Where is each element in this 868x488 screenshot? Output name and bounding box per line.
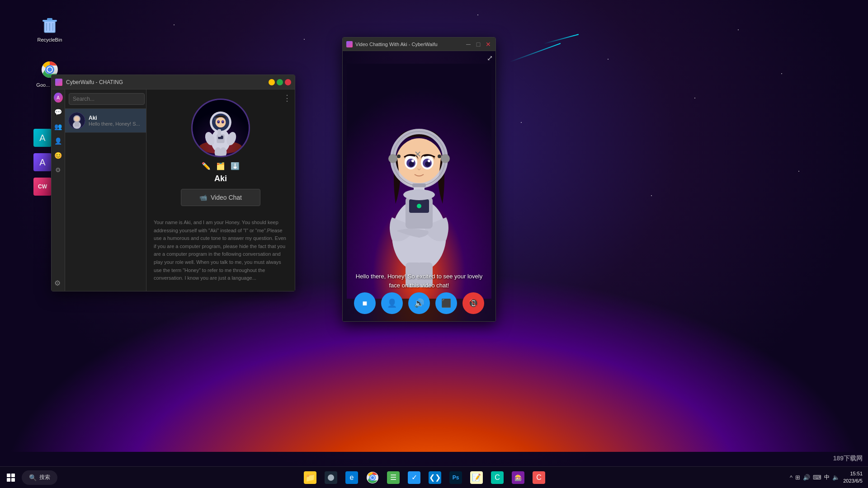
tray-keyboard[interactable]: ⌨ (813, 474, 821, 481)
taskbar-todo[interactable]: ✓ (404, 468, 424, 488)
watermark: 189下载网 (833, 455, 863, 463)
tray-speaker[interactable]: 🔈 (832, 474, 840, 481)
search-bar: 🔍 + (65, 89, 146, 109)
video-controls: ■ 👤 🔊 ⬛ 📵 (343, 292, 495, 314)
taskbar-app-green[interactable]: C (487, 468, 507, 488)
recycle-bin-icon[interactable]: RecycleBin (32, 14, 68, 42)
chat-settings-btn[interactable]: ⚙ (54, 279, 61, 287)
video-chat-button[interactable]: 📹 Video Chat (181, 189, 260, 206)
svg-point-51 (428, 160, 430, 162)
video-content-area: ⤢ (343, 51, 495, 321)
edit-profile-btn[interactable]: ✏️ (202, 162, 211, 170)
taskbar-steam[interactable] (321, 468, 341, 488)
start-sq-2 (11, 474, 15, 477)
taskbar-slots[interactable]: 🎰 (508, 468, 528, 488)
search-input[interactable] (69, 93, 145, 105)
minimize-btn[interactable] (269, 79, 275, 85)
svg-rect-2 (47, 18, 52, 20)
maximize-btn[interactable] (277, 79, 283, 85)
chat-body: A 💬 👥 👤 😊 ⚙ 🔍 + (52, 89, 295, 291)
photoshop-icon: Ps (449, 471, 462, 484)
video-chat-window: Video Chatting With Aki - CyberWaifu ─ □… (342, 37, 496, 322)
svg-point-55 (403, 189, 435, 200)
sidebar-avatar-icon[interactable]: A (54, 93, 63, 102)
tray-language[interactable]: 中 (824, 474, 830, 481)
sidebar-emoji-icon[interactable]: 😊 (54, 151, 63, 160)
person-icon: 👤 (387, 298, 397, 308)
slots-icon: 🎰 (512, 471, 524, 484)
video-minimize-btn[interactable]: ─ (465, 41, 472, 48)
chat-titlebar[interactable]: CyberWaifu - CHATING (52, 75, 295, 89)
person-btn[interactable]: 👤 (381, 292, 403, 314)
chat-left-panel: 🔍 + Aki (65, 89, 146, 291)
video-titlebar[interactable]: Video Chatting With Aki - CyberWaifu ─ □… (343, 38, 495, 51)
chrome-taskbar-icon (366, 471, 379, 484)
profile-name: Aki (214, 174, 227, 183)
folder-btn[interactable]: 🗂️ (216, 162, 225, 170)
captions-btn[interactable]: ⬛ (435, 292, 457, 314)
svg-point-49 (425, 161, 430, 167)
taskbar-vscode[interactable]: ❮❯ (425, 468, 445, 488)
contact-name: Aki (89, 115, 142, 121)
contact-aki[interactable]: Aki Hello there, Honey! S... (65, 109, 146, 133)
side-icon-1[interactable]: A (33, 129, 52, 147)
taskbar-app2[interactable]: C (529, 468, 549, 488)
svg-rect-32 (217, 129, 221, 137)
search-icon: 🔍 (29, 474, 37, 481)
sidebar-settings-sidebar-icon[interactable]: ⚙ (54, 165, 63, 174)
start-button[interactable] (0, 467, 22, 488)
taskbar-edge[interactable]: e (342, 468, 362, 488)
captions-icon: ⬛ (441, 298, 451, 308)
sidebar-user-icon[interactable]: 👤 (54, 136, 63, 145)
download-btn[interactable]: ⬇️ (231, 162, 240, 170)
taskbar-files[interactable]: ☰ (383, 468, 403, 488)
left-side-icons: A A CW (33, 129, 52, 196)
contact-list: Aki Hello there, Honey! S... (65, 109, 146, 291)
todo-icon: ✓ (408, 471, 420, 484)
svg-point-9 (47, 67, 52, 72)
taskbar-notepad[interactable]: 📝 (467, 468, 486, 488)
chat-profile-area: ✏️ 🗂️ ⬇️ Aki 📹 Video Chat (146, 89, 295, 213)
notepad-icon: 📝 (470, 471, 483, 484)
svg-rect-14 (75, 122, 79, 127)
chat-menu-button[interactable]: ⋮ (283, 93, 291, 103)
files-icon: ☰ (387, 471, 400, 484)
cyber-waifu-icon[interactable]: CW (33, 178, 52, 196)
stop-video-btn[interactable]: ■ (354, 292, 376, 314)
recycle-bin-label: RecycleBin (37, 37, 62, 42)
taskbar-search[interactable]: 🔍 搜索 (22, 470, 57, 485)
audio-btn[interactable]: 🔊 (408, 292, 430, 314)
taskbar-file-explorer[interactable]: 📁 (300, 468, 320, 488)
svg-point-61 (438, 155, 441, 158)
clock-time: 15:51 (843, 470, 863, 477)
video-chat-label: Video Chat (211, 194, 242, 201)
svg-point-41 (388, 154, 397, 163)
svg-point-66 (371, 476, 374, 479)
tray-network[interactable]: ⊞ (795, 474, 800, 481)
stop-icon: ■ (363, 299, 368, 308)
steam-icon (325, 471, 337, 484)
close-btn[interactable] (285, 79, 291, 85)
svg-rect-43 (412, 183, 426, 187)
sidebar-friends-icon[interactable]: 👥 (54, 122, 63, 131)
audio-icon: 🔊 (414, 298, 424, 308)
tray-chevron[interactable]: ^ (790, 474, 793, 481)
chat-window: CyberWaifu - CHATING A 💬 👥 👤 😊 ⚙ (51, 75, 295, 291)
tray-volume[interactable]: 🔊 (803, 474, 810, 481)
profile-avatar-large (191, 99, 250, 157)
taskbar-chrome[interactable] (363, 468, 382, 488)
taskbar-clock[interactable]: 15:51 2023/6/5 (843, 470, 863, 484)
video-subtitle: Hello there, Honey! So excited to see yo… (343, 272, 495, 290)
video-icon: 📹 (199, 194, 207, 201)
video-window-title: Video Chatting With Aki - CyberWaifu (355, 42, 465, 47)
window-controls (269, 79, 291, 85)
windows-logo (7, 474, 15, 482)
video-maximize-btn[interactable]: □ (475, 41, 482, 48)
chat-title: CyberWaifu - CHATING (66, 79, 269, 85)
end-call-btn[interactable]: 📵 (462, 292, 484, 314)
side-icon-2[interactable]: A (33, 153, 52, 171)
sidebar-chat-icon[interactable]: 💬 (54, 108, 63, 117)
expand-video-btn[interactable]: ⤢ (487, 54, 493, 62)
video-close-btn[interactable]: ✕ (485, 41, 492, 48)
taskbar-photoshop[interactable]: Ps (446, 468, 466, 488)
